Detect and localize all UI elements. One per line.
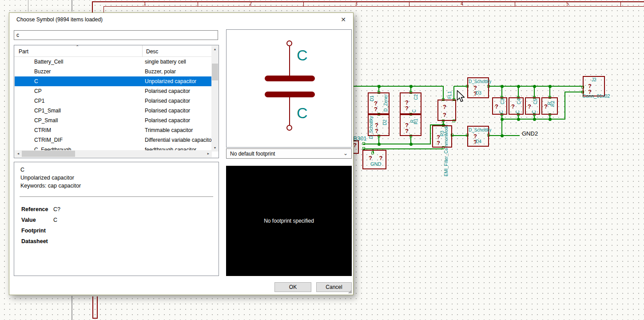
component-value: GND xyxy=(370,162,381,167)
wire xyxy=(453,86,454,100)
list-item[interactable]: CP1_SmallPolarised capacitor xyxy=(15,106,212,116)
list-item-selected[interactable]: CUnpolarized capacitor xyxy=(15,76,212,86)
wire xyxy=(363,144,431,144)
junction-dot xyxy=(378,143,381,146)
footprint-preview: No footprint specified xyxy=(226,166,352,276)
field-label: Footprint xyxy=(21,227,46,235)
symbol-list: Part ⌃ Desc Battery_Cellsingle battery c… xyxy=(14,45,219,158)
divider xyxy=(20,196,213,197)
wire xyxy=(430,124,431,144)
junction-dot xyxy=(517,118,520,121)
preview-value: C xyxy=(297,105,308,120)
symbol-glyph: ? ? xyxy=(405,100,421,111)
sheet-border-left-outer xyxy=(92,1,93,12)
list-item[interactable]: Battery_Cellsingle battery cell xyxy=(15,57,212,67)
wire xyxy=(351,86,444,87)
junction-dot xyxy=(533,85,536,88)
vertical-scrollbar[interactable]: ▲ ▼ xyxy=(211,46,219,152)
wire xyxy=(501,119,502,136)
pin-end-circle xyxy=(286,125,292,131)
component-value: D_Schottky xyxy=(469,128,491,132)
symbol-glyph: ? xyxy=(511,104,515,109)
field-label: Reference xyxy=(21,205,48,213)
list-header: Part ⌃ Desc xyxy=(14,45,219,57)
junction-dot xyxy=(549,118,552,121)
chevron-down-icon: ⌄ xyxy=(343,150,348,156)
scroll-up-icon[interactable]: ▲ xyxy=(211,46,219,53)
component-d1: D1 D_Zener ? ? xyxy=(368,92,390,114)
schematic-canvas: 1 2 3 4 5 xyxy=(0,0,644,320)
field-value: C? xyxy=(53,205,60,213)
sheet-tick xyxy=(409,1,409,6)
wire xyxy=(452,135,467,136)
list-item[interactable]: CP_SmallPolarised capacitor xyxy=(15,116,212,125)
column-part[interactable]: Part xyxy=(19,48,28,55)
column-divider[interactable] xyxy=(142,45,143,57)
component-c4: C4 C ? xyxy=(509,97,524,115)
bus-cap xyxy=(92,318,98,319)
close-icon[interactable]: ✕ xyxy=(337,15,350,24)
mouse-cursor xyxy=(457,90,465,102)
field-label: Value xyxy=(21,216,36,224)
component-c5: C5 C ? xyxy=(525,97,540,115)
column-desc[interactable]: Desc xyxy=(146,48,158,55)
junction-dot xyxy=(409,143,413,146)
component-ref: D4 xyxy=(476,140,481,144)
list-item[interactable]: BuzzerBuzzer, polar xyxy=(15,67,212,76)
ok-button[interactable]: OK xyxy=(274,282,311,292)
list-item[interactable]: CTRIM_DIFDifferential variable capacitor xyxy=(15,135,212,145)
list-item[interactable]: CP1Polarised capacitor xyxy=(15,96,212,106)
symbol-glyph: ? ? xyxy=(374,100,389,112)
pin-end-circle xyxy=(286,40,292,46)
footprint-dropdown[interactable]: No default footprint ⌄ xyxy=(226,148,352,159)
component-ref: FL1 xyxy=(448,91,452,99)
wire xyxy=(564,92,565,119)
scroll-right-icon[interactable]: ► xyxy=(205,150,212,157)
bus-line xyxy=(92,296,93,319)
horizontal-scrollbar[interactable]: ◄ ► xyxy=(15,150,212,157)
junction-dot xyxy=(533,118,536,121)
sheet-border-outer xyxy=(92,1,644,2)
component-gnd: ? ? GND xyxy=(362,150,386,169)
search-input[interactable] xyxy=(14,30,218,40)
component-value: Conn_01x02 xyxy=(582,94,610,99)
sort-ascending-icon: ⌃ xyxy=(76,44,79,49)
component-ref: J2 xyxy=(592,78,596,82)
list-item[interactable]: CTRIMTrimmable capacitor xyxy=(15,125,212,135)
sheet-column-number: 4 xyxy=(461,1,463,6)
net-label-gnd2: GND2 xyxy=(522,130,538,137)
component-value: C xyxy=(499,110,504,113)
sheet-tick xyxy=(303,1,304,6)
pin-square xyxy=(362,142,365,145)
component-ref: D3 xyxy=(476,91,481,96)
cancel-button[interactable]: Cancel xyxy=(316,282,352,292)
detail-keywords: Keywords: cap capacitor xyxy=(20,182,81,190)
sheet-tick xyxy=(620,1,621,6)
dialog-titlebar[interactable]: Choose Symbol (9894 items loaded) ✕ xyxy=(9,13,353,26)
component-value: C xyxy=(532,110,537,113)
component-ref: C5 xyxy=(533,99,538,104)
component-d4: D_Schottky ? ? D4 xyxy=(467,126,489,147)
symbol-glyph: ? xyxy=(443,104,446,110)
junction-dot xyxy=(517,85,520,88)
resize-grip[interactable] xyxy=(348,290,352,293)
junction-dot xyxy=(501,118,504,121)
scrollbar-thumb[interactable] xyxy=(22,151,75,157)
component-value: D_Schottky xyxy=(369,116,374,139)
junction-dot xyxy=(501,134,504,137)
scrollbar-thumb[interactable] xyxy=(212,64,218,80)
symbol-glyph: ? xyxy=(353,142,357,148)
detail-name: C xyxy=(20,166,81,174)
footprint-message: No footprint specified xyxy=(264,218,314,224)
component-value: D_Schottky xyxy=(469,80,491,84)
wire xyxy=(443,86,444,100)
component-ref: C2 xyxy=(414,94,418,100)
list-item[interactable]: CPPolarised capacitor xyxy=(15,86,212,96)
scroll-down-icon[interactable]: ▼ xyxy=(211,144,219,152)
component-d3: D_Schottky ? ? D3 xyxy=(467,77,489,98)
symbol-glyph: ? ? xyxy=(375,122,389,134)
junction-dot xyxy=(549,85,552,88)
capacitor-plate xyxy=(265,92,315,97)
sheet-border-left-inner xyxy=(103,6,104,12)
scroll-left-icon[interactable]: ◄ xyxy=(15,150,22,157)
